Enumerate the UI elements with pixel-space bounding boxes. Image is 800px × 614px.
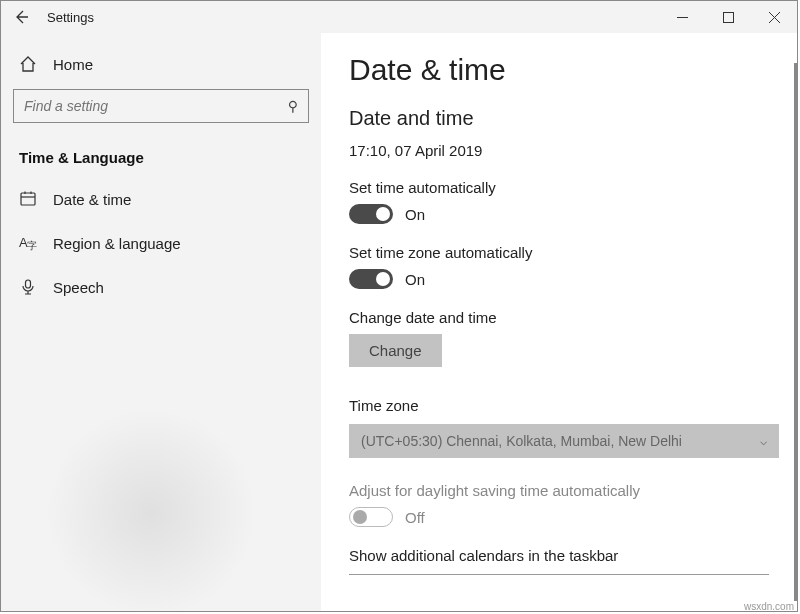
- back-arrow-icon: [13, 9, 29, 25]
- maximize-icon: [723, 12, 734, 23]
- content-pane[interactable]: Date & time Date and time 17:10, 07 Apri…: [321, 33, 797, 611]
- chevron-down-icon: ⌵: [760, 434, 767, 448]
- dst-label: Adjust for daylight saving time automati…: [349, 482, 769, 499]
- additional-calendars-label: Show additional calendars in the taskbar: [349, 547, 769, 564]
- svg-rect-1: [723, 12, 733, 22]
- home-nav[interactable]: Home: [13, 47, 309, 89]
- svg-rect-10: [26, 280, 31, 288]
- acrylic-blur: [41, 413, 261, 611]
- search-box[interactable]: ⚲: [13, 89, 309, 123]
- set-time-auto-toggle[interactable]: [349, 204, 393, 224]
- dst-row: Off: [349, 507, 769, 527]
- set-time-auto-label: Set time automatically: [349, 179, 769, 196]
- globe-icon: A字: [19, 234, 37, 252]
- set-tz-auto-label: Set time zone automatically: [349, 244, 769, 261]
- watermark: wsxdn.com: [744, 601, 794, 612]
- scrollbar[interactable]: [794, 63, 797, 601]
- section-heading: Date and time: [349, 107, 769, 130]
- toggle-state: On: [405, 206, 425, 223]
- timezone-value: (UTC+05:30) Chennai, Kolkata, Mumbai, Ne…: [361, 433, 682, 449]
- set-time-auto-row: On: [349, 204, 769, 224]
- back-button[interactable]: [9, 5, 33, 29]
- nav-label: Region & language: [53, 235, 181, 252]
- set-tz-auto-toggle[interactable]: [349, 269, 393, 289]
- sidebar: Home ⚲ Time & Language Date & time A字 Re…: [1, 33, 321, 611]
- category-header: Time & Language: [13, 141, 309, 180]
- titlebar: Settings: [1, 1, 797, 33]
- timezone-label: Time zone: [349, 397, 769, 414]
- current-datetime: 17:10, 07 April 2019: [349, 142, 769, 159]
- close-icon: [769, 12, 780, 23]
- nav-speech[interactable]: Speech: [13, 268, 309, 306]
- close-button[interactable]: [751, 1, 797, 33]
- window-controls: [659, 1, 797, 33]
- additional-calendars-select-cut: [349, 574, 769, 583]
- set-tz-auto-row: On: [349, 269, 769, 289]
- nav-label: Speech: [53, 279, 104, 296]
- minimize-button[interactable]: [659, 1, 705, 33]
- window-title: Settings: [47, 10, 659, 25]
- timezone-select[interactable]: (UTC+05:30) Chennai, Kolkata, Mumbai, Ne…: [349, 424, 779, 458]
- search-icon: ⚲: [288, 98, 298, 114]
- maximize-button[interactable]: [705, 1, 751, 33]
- microphone-icon: [19, 278, 37, 296]
- svg-rect-4: [21, 193, 35, 205]
- minimize-icon: [677, 12, 688, 23]
- settings-window: Settings Home ⚲ Time & Language: [0, 0, 798, 612]
- nav-label: Date & time: [53, 191, 131, 208]
- dst-toggle: [349, 507, 393, 527]
- home-icon: [19, 55, 37, 73]
- change-dt-label: Change date and time: [349, 309, 769, 326]
- search-input[interactable]: [24, 98, 288, 114]
- svg-text:字: 字: [27, 240, 37, 251]
- nav-region-language[interactable]: A字 Region & language: [13, 224, 309, 262]
- page-heading: Date & time: [349, 53, 769, 87]
- home-label: Home: [53, 56, 93, 73]
- nav-date-time[interactable]: Date & time: [13, 180, 309, 218]
- body: Home ⚲ Time & Language Date & time A字 Re…: [1, 33, 797, 611]
- toggle-state: Off: [405, 509, 425, 526]
- change-button[interactable]: Change: [349, 334, 442, 367]
- clock-icon: [19, 190, 37, 208]
- toggle-state: On: [405, 271, 425, 288]
